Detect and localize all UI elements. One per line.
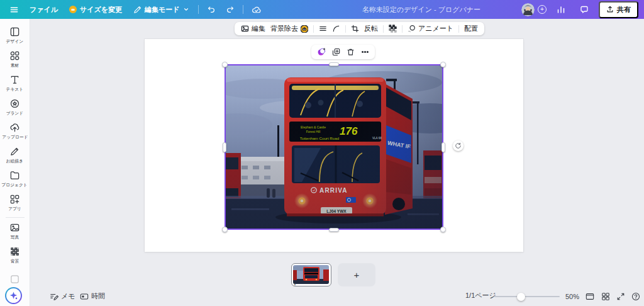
pro-crown-icon xyxy=(301,25,308,33)
add-page-button[interactable]: + xyxy=(338,263,375,286)
ai-recolor-icon xyxy=(317,48,326,57)
add-page-label: + xyxy=(354,269,360,280)
animate-icon xyxy=(408,25,416,33)
sidebar-item-brand[interactable]: ブランド xyxy=(1,95,30,119)
sidebar-item-label: お絵描き xyxy=(6,158,23,164)
arc-icon xyxy=(332,25,340,33)
page-thumbnail-1[interactable]: 1 xyxy=(291,263,331,286)
resize-handle-top[interactable] xyxy=(329,62,339,66)
sidebar-item-background[interactable]: 背景 xyxy=(1,243,30,267)
brand-badge-icon xyxy=(9,98,20,109)
more-options-button[interactable] xyxy=(361,48,369,56)
animate-label: アニメート xyxy=(418,24,453,33)
sidebar-item-projects[interactable]: プロジェクト xyxy=(1,167,30,191)
sidebar-item-apps[interactable]: アプリ xyxy=(1,191,30,215)
sidebar-item-label: 素材 xyxy=(11,62,19,68)
sparkle-icon xyxy=(9,291,18,300)
resize-handle-bottom[interactable] xyxy=(329,228,339,232)
rotate-handle[interactable] xyxy=(453,140,464,151)
sidebar-item-label: デザイン xyxy=(6,38,24,44)
zoom-slider-track[interactable] xyxy=(494,296,560,297)
resize-handle-bottom-right[interactable] xyxy=(440,227,446,232)
sidebar-item-photos[interactable]: 写真 xyxy=(1,219,30,243)
sidebar: デザイン 素材 テキスト ブランド アップロード お絵描き プロジェクト アプリ… xyxy=(0,19,30,306)
background-remover-label: 背景除去 xyxy=(270,24,298,33)
position-button[interactable]: 配置 xyxy=(464,24,478,33)
present-view-button[interactable] xyxy=(586,292,594,301)
avatar[interactable] xyxy=(521,3,535,16)
adjust-button[interactable] xyxy=(319,25,327,33)
notes-label: メモ xyxy=(61,292,75,301)
selection-quick-toolbar xyxy=(311,45,375,59)
topbar-divider xyxy=(198,5,199,14)
sidebar-item-label: ブランド xyxy=(6,110,24,116)
share-button[interactable]: 共有 xyxy=(599,1,638,18)
insights-button[interactable] xyxy=(552,3,570,16)
comments-button[interactable] xyxy=(575,3,593,16)
topbar-right-group: 名称未設定のデザイン - ブログバナー + 共有 xyxy=(362,1,644,18)
edit-image-button[interactable]: 編集 xyxy=(241,24,265,33)
toolbar-divider xyxy=(313,25,314,33)
zoom-slider-handle[interactable] xyxy=(517,293,525,301)
help-button[interactable] xyxy=(631,292,640,301)
add-member-button[interactable]: + xyxy=(538,5,547,14)
apps-grid-icon xyxy=(9,194,20,205)
resize-button[interactable]: サイズを変更 xyxy=(64,3,127,17)
sidebar-item-text[interactable]: テキスト xyxy=(1,71,30,95)
page-indicator: 1/1ページ xyxy=(465,291,496,300)
selected-image[interactable]: WHAT IF Elephant & Castle Forest Hill 17… xyxy=(225,65,443,229)
more-dots-icon xyxy=(361,48,369,56)
ai-assistant-button[interactable] xyxy=(5,287,22,304)
animate-button[interactable]: アニメート xyxy=(408,24,453,33)
sidebar-item-elements[interactable]: 素材 xyxy=(1,47,30,71)
cloud-check-icon xyxy=(252,6,262,14)
undo-button[interactable] xyxy=(203,3,220,16)
edit-mode-button[interactable]: 編集モード xyxy=(128,3,194,17)
ai-recolor-button[interactable] xyxy=(317,48,326,57)
sidebar-item-draw[interactable]: お絵描き xyxy=(1,143,30,167)
duplicate-button[interactable] xyxy=(332,48,340,56)
background-remover-button[interactable]: 背景除去 xyxy=(270,24,308,33)
help-icon xyxy=(631,292,640,301)
resize-handle-top-right[interactable] xyxy=(440,62,446,67)
main-menu-button[interactable] xyxy=(5,3,23,17)
page-thumbnails: 1 + xyxy=(291,263,375,286)
edit-image-icon xyxy=(241,25,249,33)
redo-button[interactable] xyxy=(221,3,239,16)
context-toolbar: 編集 背景除去 反転 アニメート 配置 xyxy=(235,22,484,35)
transparency-button[interactable] xyxy=(389,25,397,33)
resize-handle-top-left[interactable] xyxy=(222,62,228,67)
folder-icon xyxy=(9,170,20,181)
grid-view-button[interactable] xyxy=(601,292,610,301)
notes-button[interactable]: メモ xyxy=(50,292,75,301)
sidebar-item-label: アップロード xyxy=(2,134,28,140)
file-menu-button[interactable]: ファイル xyxy=(25,3,63,17)
crop-button[interactable] xyxy=(351,25,359,33)
rotate-icon xyxy=(455,142,462,149)
resize-handle-bottom-left[interactable] xyxy=(222,227,228,232)
sidebar-item-uploads[interactable]: アップロード xyxy=(1,119,30,143)
corner-rounding-button[interactable] xyxy=(332,25,340,33)
text-icon xyxy=(9,74,20,85)
bus-photo: WHAT IF Elephant & Castle Forest Hill 17… xyxy=(225,65,443,229)
editor-canvas[interactable]: 編集 背景除去 反転 アニメート 配置 xyxy=(30,19,644,306)
zoom-percentage: 50% xyxy=(565,293,579,300)
sidebar-item-design[interactable]: デザイン xyxy=(1,23,30,47)
resize-label: サイズを変更 xyxy=(80,5,122,14)
redo-icon xyxy=(226,5,235,14)
trash-icon xyxy=(347,48,355,56)
flip-button[interactable]: 反転 xyxy=(364,24,378,33)
duration-button[interactable]: 時間 xyxy=(80,292,105,301)
duration-label: 時間 xyxy=(91,292,105,301)
save-status-button[interactable] xyxy=(247,3,266,16)
resize-handle-left[interactable] xyxy=(223,142,226,152)
delete-button[interactable] xyxy=(347,48,355,56)
chevron-down-icon xyxy=(183,6,189,13)
design-icon xyxy=(9,26,20,37)
page-thumbnail-number: 1 xyxy=(294,281,296,286)
elements-icon xyxy=(9,50,20,61)
resize-handle-right[interactable] xyxy=(441,142,445,152)
document-title[interactable]: 名称未設定のデザイン - ブログバナー xyxy=(362,5,480,14)
fullscreen-button[interactable] xyxy=(616,292,625,301)
chat-bubble-icon xyxy=(580,5,589,14)
